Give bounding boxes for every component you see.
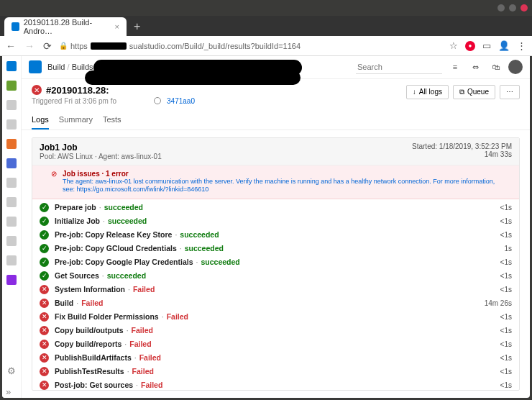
url-field[interactable]: 🔒 https sualstudio.com/Build/_build/resu… [59,42,442,50]
error-icon: ✕ [40,381,49,390]
url-prefix: https [70,42,88,50]
queue-button[interactable]: ⧉Queue [453,85,495,99]
error-icon: ✕ [40,285,49,294]
step-duration: <1s [500,217,512,225]
download-icon: ↓ [413,88,416,96]
rail-icon [6,255,17,265]
rail-item-4[interactable] [2,134,22,153]
job-block: Job1 Job Pool: AWS Linux · Agent: aws-li… [32,137,520,391]
step-status: Failed [132,367,154,376]
build-step[interactable]: ✓Pre-job: Copy Google Play Credentials·s… [37,255,515,269]
nav-forward-icon[interactable]: → [24,40,35,52]
job-issue-banner: ⊘ Job issues · 1 error The agent: aws-li… [32,165,519,199]
trigger-text: Triggered Fri at 3:06 pm fo [32,97,116,105]
step-name: Pre-job: Copy Google Play Credentials [55,258,193,266]
step-status: succeeded [180,230,219,239]
build-step[interactable]: ✕Build·Failed14m 26s [37,296,515,310]
rail-item-5[interactable] [2,153,22,173]
build-step[interactable]: ✕PublishTestResults·Failed<1s [37,365,515,378]
rail-icon [6,158,17,168]
step-status: succeeded [107,271,146,280]
build-step[interactable]: ✕Copy build/outputs·Failed<1s [37,324,515,337]
new-tab-button[interactable]: + [127,17,147,36]
step-name: Build [55,299,73,307]
check-icon: ✓ [40,271,49,281]
filter-icon[interactable]: ≡ [448,63,462,71]
rail-icon [6,139,17,149]
profile-avatar-icon[interactable]: 👤 [498,40,510,51]
rail-item-7[interactable] [2,192,22,212]
tab-favicon-icon [12,22,19,31]
window-minimize-icon[interactable] [497,4,505,12]
window-close-icon[interactable] [520,4,528,12]
rail-item-2[interactable] [2,95,22,114]
view-tabs: LogsSummaryTests [22,111,530,130]
issue-detail[interactable]: The agent: aws-linux-01 lost communicati… [63,178,500,194]
step-duration: <1s [500,340,512,348]
build-step[interactable]: ✕Copy build/reports·Failed<1s [37,337,515,351]
build-step[interactable]: ✓Pre-job: Copy Release Key Store·succeed… [37,228,515,242]
step-duration: <1s [500,381,512,389]
rail-item-1[interactable] [2,76,22,95]
project-logo-icon[interactable] [29,60,42,73]
extension-badge-icon[interactable]: ● [465,41,475,51]
build-step[interactable]: ✓Pre-job: Copy GCloud Credentials·succee… [37,242,515,255]
rail-item-3[interactable] [2,114,22,134]
tab-close-icon[interactable]: × [115,22,119,31]
app-content: ⚙ Build / Builds / Build-Android-YML-CI … [2,56,530,398]
build-step[interactable]: ✕Fix Build Folder Permissions·Failed<1s [37,310,515,324]
step-status: succeeded [185,244,224,253]
rail-item-0[interactable] [2,56,22,76]
step-status: Failed [133,285,155,294]
nav-back-icon[interactable]: ← [6,40,16,52]
step-status: succeeded [201,258,239,266]
build-step[interactable]: ✓Get Sources·succeeded<1s [37,269,515,283]
all-logs-button[interactable]: ↓All logs [406,85,449,99]
view-tab-summary[interactable]: Summary [59,111,93,129]
error-icon: ✕ [40,312,49,322]
breadcrumb-item[interactable]: Build [47,63,65,71]
step-name: Fix Build Folder Permissions [55,312,159,321]
step-duration: 14m 26s [485,299,512,307]
rail-item-6[interactable] [2,173,22,192]
bookmark-star-icon[interactable]: ☆ [449,40,458,51]
rail-item-8[interactable] [2,212,22,231]
view-tab-tests[interactable]: Tests [103,111,121,129]
browser-tabstrip: 20190118.28 Build-Andro… × + [0,16,532,36]
step-name: Pre-job: Copy GCloud Credentials [55,244,177,253]
build-step[interactable]: ✕System Information·Failed<1s [37,283,515,296]
step-name: PublishBuildArtifacts [55,353,132,362]
rail-settings[interactable]: ⚙ [2,361,22,381]
error-icon: ✕ [40,353,49,363]
step-name: Copy build/reports [55,340,121,348]
expand-rail-icon[interactable]: » [6,386,11,397]
view-tab-logs[interactable]: Logs [32,111,49,129]
job-title: Job1 Job [40,142,162,153]
rail-item-10[interactable] [2,250,22,270]
search-input[interactable] [356,60,442,74]
more-actions-button[interactable]: ⋯ [500,85,520,99]
rail-item-11[interactable] [2,270,22,289]
check-icon: ✓ [40,230,49,240]
step-name: Prepare job [55,203,96,212]
build-step[interactable]: ✓Initialize Job·succeeded<1s [37,214,515,228]
shopping-bag-icon[interactable]: 🛍 [488,63,503,71]
browser-tab[interactable]: 20190118.28 Build-Andro… × [4,17,127,36]
user-avatar[interactable] [508,60,523,74]
window-maximize-icon[interactable] [509,4,516,12]
extension-box-icon[interactable]: ▭ [482,40,491,51]
rail-icon [6,236,17,246]
check-icon: ✓ [40,258,49,267]
settings-icon[interactable]: ⇔ [468,63,482,72]
left-nav-rail: ⚙ [2,56,22,398]
commit-hash[interactable]: 3471aa0 [167,97,195,105]
nav-reload-icon[interactable]: ⟳ [43,40,52,52]
queue-icon: ⧉ [459,88,464,96]
step-duration: <1s [500,368,512,376]
build-step[interactable]: ✓Prepare job·succeeded<1s [37,201,515,214]
build-step[interactable]: ✕Post-job: Get sources·Failed<1s [37,378,515,391]
rail-icon [6,178,17,188]
browser-menu-icon[interactable]: ⋮ [517,40,526,51]
build-step[interactable]: ✕PublishBuildArtifacts·Failed<1s [37,351,515,365]
rail-item-9[interactable] [2,231,22,250]
